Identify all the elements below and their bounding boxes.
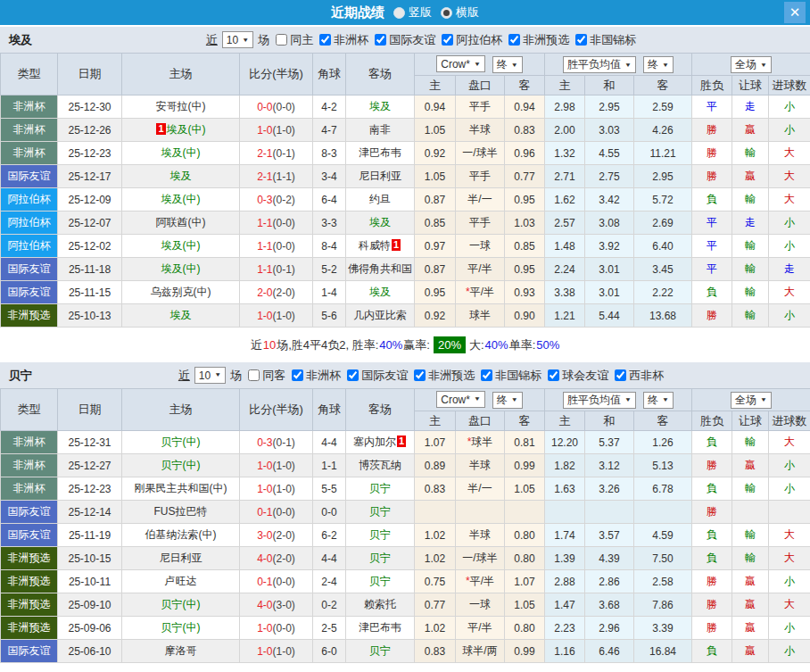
cell-score: 1-0(1-0) — [240, 454, 313, 477]
cell-corners: 6-2 — [313, 524, 346, 547]
bookmaker-select[interactable]: Crow*▼ — [436, 391, 485, 408]
cell-corners: 4-2 — [313, 95, 346, 119]
competition-checkbox[interactable] — [292, 369, 303, 381]
competition-checkbox[interactable] — [508, 34, 520, 46]
matches-count-select[interactable]: 10▼ — [194, 367, 226, 384]
cell-competition: 阿拉伯杯 — [1, 212, 58, 235]
cell-handicap: *平/半 — [456, 281, 505, 304]
cell-avg-draw: 4.55 — [585, 142, 634, 165]
cell-avg-away: 2.95 — [634, 165, 692, 188]
cell-result-wdl: 負 — [692, 188, 732, 212]
cell-avg-away: 5.72 — [634, 188, 692, 212]
same-venue-checkbox[interactable] — [248, 369, 260, 381]
bookmaker-select[interactable]: Crow*▼ — [436, 55, 485, 72]
cell-competition: 非洲杯 — [1, 454, 58, 477]
cell-date: 25-09-10 — [58, 593, 122, 617]
recent-link[interactable]: 近 — [178, 368, 190, 384]
cell-avg-home: 2.24 — [545, 258, 585, 281]
close-icon[interactable]: ✕ — [784, 2, 806, 23]
cell-result-wdl: 平 — [692, 258, 732, 281]
competition-checkbox[interactable] — [575, 34, 587, 46]
bookmaker-select-value: Crow* — [441, 58, 470, 71]
competition-checkbox[interactable] — [414, 369, 426, 381]
cell-competition: 非洲预选 — [1, 547, 58, 570]
sub-column-header: 主 — [545, 76, 585, 95]
cell-date: 25-12-26 — [58, 119, 122, 142]
competition-checkbox[interactable] — [375, 34, 386, 46]
competition-checkbox[interactable] — [319, 34, 331, 46]
match-row: 阿拉伯杯25-12-02埃及(中)1-1(0-0)8-4科威特10.97一球0.… — [1, 235, 810, 258]
chevron-down-icon: ▼ — [511, 62, 518, 68]
cell-odds-home: 0.95 — [415, 281, 456, 304]
avg-type-select[interactable]: 胜平负均值▼ — [563, 56, 636, 73]
match-row: 非洲预选25-09-10贝宁(中)4-0(3-0)0-2赖索托0.77一球1.0… — [1, 593, 810, 617]
summary-segment: 20% — [434, 336, 466, 353]
odds-stage-select[interactable]: 终▼ — [492, 56, 523, 73]
cell-result-goals: 小 — [769, 640, 810, 663]
avg-stage-select[interactable]: 终▼ — [643, 56, 674, 73]
cell-avg-home: 1.63 — [545, 477, 585, 501]
cell-result-goals: 走 — [769, 258, 810, 281]
column-header: 日期 — [58, 54, 122, 95]
radio-vertical-icon[interactable] — [393, 7, 405, 19]
competition-checkbox[interactable] — [548, 369, 559, 381]
competition-checkbox[interactable] — [481, 369, 492, 381]
cell-handicap: 半/一 — [456, 477, 505, 501]
cell-score: 3-0(2-0) — [240, 524, 313, 547]
cell-odds-home: 0.75 — [415, 570, 456, 593]
cell-odds-away: 0.85 — [505, 235, 545, 258]
team-name: 埃及 — [170, 170, 192, 182]
cell-avg-away: 2.22 — [634, 281, 692, 304]
team-name: 贝宁 — [369, 528, 391, 541]
cell-handicap: 半球 — [456, 119, 505, 142]
cell-result-goals: 小 — [769, 119, 810, 142]
halftime-score: (0-0) — [273, 622, 295, 635]
sub-column-header: 主 — [415, 411, 456, 431]
competition-checkbox[interactable] — [347, 369, 359, 381]
cell-competition: 国际友谊 — [1, 281, 58, 304]
cell-home-team: 1埃及(中) — [122, 119, 240, 142]
cell-avg-draw: 2.96 — [585, 617, 634, 640]
cell-handicap: 平手 — [456, 165, 505, 188]
avg-stage-select[interactable]: 终▼ — [643, 392, 674, 409]
cell-corners: 4-7 — [313, 119, 346, 142]
matches-count-select[interactable]: 10▼ — [222, 31, 253, 48]
layout-radio-horizontal[interactable]: 横版 — [441, 4, 479, 21]
cell-avg-home: 1.16 — [545, 640, 585, 663]
cell-result-wdl: 負 — [692, 281, 732, 304]
cell-date: 25-12-30 — [58, 95, 122, 119]
cell-result-handicap: 輸 — [732, 431, 769, 454]
radio-horizontal-label: 横版 — [456, 4, 479, 21]
cell-away-team: 贝宁 — [346, 640, 415, 663]
match-filters: 近10▼场同主非洲杯国际友谊阿拉伯杯非洲预选非国锦标 — [32, 31, 810, 48]
matches-count-select-value: 10 — [227, 34, 238, 46]
recent-link[interactable]: 近 — [206, 32, 218, 48]
odds-stage-select[interactable]: 终▼ — [492, 392, 523, 409]
same-venue-checkbox[interactable] — [276, 34, 287, 46]
sub-column-header: 进球数 — [769, 411, 810, 431]
fulltime-score: 1-0 — [257, 460, 272, 472]
layout-radio-vertical[interactable]: 竖版 — [393, 4, 432, 21]
cell-odds-away: 0.99 — [505, 640, 545, 663]
cell-handicap: 一/球半 — [456, 142, 505, 165]
cell-handicap: 一/球半 — [456, 547, 505, 570]
sub-column-header: 客 — [634, 411, 692, 431]
summary-segment: 单率: — [509, 337, 536, 353]
cell-result-wdl: 勝 — [692, 142, 732, 165]
cell-odds-away: 1.05 — [505, 593, 545, 617]
scope-select[interactable]: 全场▼ — [731, 56, 772, 73]
fulltime-score: 0-3 — [257, 194, 272, 206]
competition-label: 非洲杯 — [306, 368, 341, 384]
team-name: FUS拉巴特 — [154, 505, 208, 518]
team-name: 阿联酋(中) — [156, 216, 206, 228]
competition-checkbox[interactable] — [615, 369, 626, 381]
cell-odds-home: 0.92 — [415, 142, 456, 165]
avg-type-select[interactable]: 胜平负均值▼ — [563, 392, 636, 409]
radio-horizontal-icon[interactable] — [441, 7, 452, 19]
scope-select[interactable]: 全场▼ — [731, 392, 772, 409]
competition-checkbox[interactable] — [442, 34, 453, 46]
cell-result-handicap: 輸 — [732, 258, 769, 281]
cell-home-team: 埃及 — [122, 165, 240, 188]
cell-odds-home: 1.02 — [415, 547, 456, 570]
team-name: 贝宁(中) — [161, 459, 201, 471]
